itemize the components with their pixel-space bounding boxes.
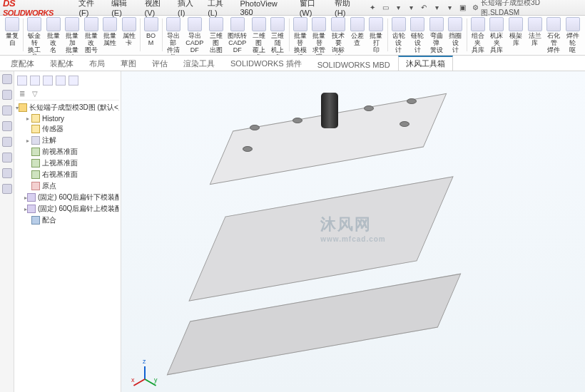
sidebar-icon-3[interactable] bbox=[2, 105, 12, 115]
tree-part-lower[interactable]: ▸(固定) 60Q后扁针下模装配 bbox=[16, 192, 119, 203]
sidebar-icon-7[interactable] bbox=[2, 168, 12, 178]
tree-top-plane[interactable]: 上视基准面 bbox=[16, 158, 119, 169]
new-icon[interactable]: ✦ bbox=[367, 2, 378, 14]
ribbon-icon bbox=[188, 17, 202, 31]
tree-root[interactable]: ▾长短端子成型模3D图 (默认<显 bbox=[16, 102, 119, 113]
ribbon-cmd-14[interactable]: 批量替换模板 bbox=[290, 17, 310, 56]
rebuild-icon[interactable]: ▣ bbox=[457, 2, 468, 14]
tab-0[interactable]: 装配体 bbox=[42, 56, 81, 71]
tab-5[interactable]: SOLIDWORKS 插件 bbox=[223, 56, 310, 71]
tab-partial[interactable]: 度配体 bbox=[3, 56, 42, 71]
sidebar-icon-8[interactable] bbox=[2, 184, 12, 194]
undo-icon[interactable]: ↶ bbox=[418, 2, 429, 14]
save-icon[interactable]: ▾ bbox=[392, 2, 404, 14]
ribbon-cmd-8[interactable]: 导出部件清单 bbox=[163, 17, 183, 56]
document-filename: 长短端子成型模3D图.SLDASM bbox=[481, 0, 582, 18]
tab-6[interactable]: SOLIDWORKS MBD bbox=[310, 58, 398, 71]
tree-annotations[interactable]: ▸注解 bbox=[16, 135, 119, 146]
ribbon-cmd-17[interactable]: 公差查 bbox=[347, 17, 367, 46]
redo-icon[interactable]: ▾ bbox=[431, 2, 442, 14]
ribbon-icon bbox=[103, 17, 117, 31]
options-icon[interactable]: ⚙ bbox=[469, 2, 481, 14]
ribbon-cmd-3[interactable]: 批量加批量改 bbox=[63, 17, 82, 56]
ribbon-icon bbox=[5, 17, 19, 31]
tree-tab-display-icon[interactable] bbox=[68, 76, 78, 86]
menu-tools[interactable]: 工具(L) bbox=[205, 0, 235, 18]
open-icon[interactable]: ▭ bbox=[380, 2, 391, 14]
ribbon-cmd-10[interactable]: 三维图出图 bbox=[206, 17, 225, 53]
ribbon-icon bbox=[166, 17, 180, 31]
ribbon-icon bbox=[410, 17, 424, 31]
sidebar-icon-5[interactable] bbox=[2, 137, 12, 147]
menu-window[interactable]: 窗口(W) bbox=[297, 0, 330, 18]
tree-sensors[interactable]: 传感器 bbox=[16, 123, 119, 135]
ribbon-cmd-0[interactable]: 量复自 bbox=[3, 17, 21, 46]
guide-post bbox=[321, 93, 338, 128]
ribbon-cmd-5[interactable]: 批量属性 bbox=[101, 17, 119, 46]
ribbon-icon bbox=[448, 17, 462, 31]
tab-2[interactable]: 草图 bbox=[113, 56, 144, 71]
tree-right-plane[interactable]: 右视基准面 bbox=[16, 169, 119, 180]
sidebar-icon-4[interactable] bbox=[2, 121, 12, 131]
orientation-triad[interactable]: z y x bbox=[130, 355, 158, 383]
ribbon-cmd-27[interactable]: 石化管焊件 bbox=[544, 17, 564, 53]
tree-history[interactable]: ▸History bbox=[16, 113, 119, 123]
ribbon-cmd-21[interactable]: 弯曲弹簧设 bbox=[427, 17, 447, 53]
assembly-icon bbox=[19, 103, 27, 112]
sidebar-icon-1[interactable] bbox=[2, 74, 12, 84]
ribbon-cmd-25[interactable]: 模架库 bbox=[507, 17, 526, 46]
ribbon-cmd-13[interactable]: 三维随机上色 bbox=[268, 17, 288, 56]
menu-help[interactable]: 帮助(H) bbox=[332, 0, 364, 18]
menu-insert[interactable]: 插入(I) bbox=[175, 0, 203, 18]
ribbon-cmd-16[interactable]: 技术要询标准 bbox=[329, 17, 348, 56]
ribbon-cmd-23[interactable]: 组合夹具库 bbox=[469, 17, 488, 53]
menu-view[interactable]: 视图(V) bbox=[142, 0, 173, 18]
ribbon-cmd-7[interactable]: BOM bbox=[142, 17, 161, 46]
ribbon-cmd-24[interactable]: 机床夹具库 bbox=[487, 17, 507, 53]
tree-filter-bar: ≣ ▽ bbox=[16, 87, 119, 100]
tab-4[interactable]: 渲染工具 bbox=[176, 56, 223, 71]
ribbon-cmd-28[interactable]: 焊件轮呕 bbox=[564, 17, 583, 53]
tree-tab-feature-icon[interactable] bbox=[17, 76, 27, 86]
sidebar-icon-6[interactable] bbox=[2, 153, 12, 163]
ribbon-icon bbox=[27, 17, 41, 31]
ribbon-cmd-12[interactable]: 二维图覆上色 bbox=[250, 17, 269, 56]
menu-edit[interactable]: 编辑(E) bbox=[108, 0, 140, 18]
tree-mates[interactable]: 配合 bbox=[16, 215, 119, 226]
tree-part-upper[interactable]: ▸(固定) 60Q后扁针上模装配 bbox=[16, 203, 119, 215]
ribbon-cmd-22[interactable]: 挡圈设计 bbox=[446, 17, 465, 53]
ribbon-cmd-18[interactable]: 批量打印 bbox=[367, 17, 386, 53]
select-icon[interactable]: ▾ bbox=[444, 2, 455, 14]
mate-icon bbox=[31, 216, 40, 225]
ribbon-icon bbox=[369, 17, 383, 31]
tree-origin[interactable]: 原点 bbox=[16, 180, 119, 192]
tab-1[interactable]: 布局 bbox=[81, 56, 113, 71]
ribbon-cmd-4[interactable]: 批量改图号 bbox=[82, 17, 101, 53]
tree-front-plane[interactable]: 前视基准面 bbox=[16, 146, 119, 158]
tab-7[interactable]: 沐风工具箱 bbox=[398, 56, 453, 71]
ribbon-icon bbox=[350, 17, 365, 31]
ribbon-cmd-15[interactable]: 批量替求管理 bbox=[310, 17, 329, 56]
menu-photoview[interactable]: PhotoView 360 bbox=[237, 0, 295, 17]
tree-tab-dim-icon[interactable] bbox=[56, 76, 66, 86]
ribbon-cmd-6[interactable]: 属性卡 bbox=[119, 17, 138, 46]
filter-icon[interactable]: ≣ bbox=[17, 88, 27, 98]
ribbon-cmd-26[interactable]: 法兰库 bbox=[525, 17, 544, 46]
ribbon-cmd-20[interactable]: 链轮设计 bbox=[408, 17, 427, 53]
tree-tab-config-icon[interactable] bbox=[43, 76, 53, 86]
print-icon[interactable]: ▾ bbox=[405, 2, 417, 14]
ribbon-icon bbox=[546, 17, 561, 31]
ribbon-cmd-9[interactable]: 导出CADPDF bbox=[183, 17, 206, 53]
ribbon-cmd-2[interactable]: 批量改名 bbox=[44, 17, 63, 53]
ribbon-cmd-11[interactable]: 图纸转CADPDF bbox=[225, 17, 249, 53]
sidebar-icon-2[interactable] bbox=[2, 90, 12, 100]
ribbon-cmd-19[interactable]: 齿轮设计 bbox=[389, 17, 408, 53]
tab-3[interactable]: 评估 bbox=[144, 56, 176, 71]
menu-file[interactable]: 文件(F) bbox=[76, 0, 107, 18]
sensor-icon bbox=[31, 125, 40, 133]
ribbon-cmd-1[interactable]: 钣金转换工具 bbox=[25, 17, 44, 56]
ribbon-icon bbox=[509, 17, 523, 31]
graphics-viewport[interactable]: 沐风网 www.mfcad.com z y x bbox=[121, 71, 585, 392]
tree-tab-property-icon[interactable] bbox=[30, 76, 40, 86]
funnel-icon[interactable]: ▽ bbox=[30, 88, 40, 98]
